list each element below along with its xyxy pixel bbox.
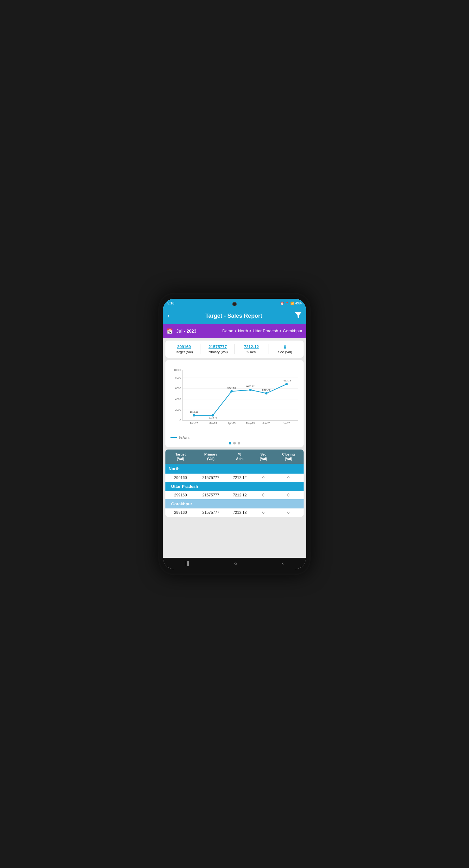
primary-label: Primary (Val)	[203, 350, 232, 354]
home-button[interactable]: ○	[234, 561, 237, 566]
group-header-gorakhpur[interactable]: Gorakhpur	[166, 499, 303, 508]
table-row: 299160 21575777 7212.13 0 0	[166, 508, 303, 517]
td-sec-gkp: 0	[253, 510, 274, 515]
breadcrumb-bar: 📅 Jul - 2023 Demo > North > Uttar Prades…	[163, 324, 306, 338]
calendar-icon: 📅	[167, 328, 173, 334]
alarm-icon: ⏰	[280, 302, 284, 305]
svg-text:8000: 8000	[175, 376, 181, 379]
back-button[interactable]: ‹	[167, 312, 170, 320]
svg-point-20	[286, 383, 288, 385]
battery-label: 49%	[295, 302, 302, 305]
svg-text:1018.72: 1018.72	[208, 416, 217, 419]
summary-sec[interactable]: 0 Sec (Val)	[270, 344, 300, 354]
svg-text:Apr-23: Apr-23	[228, 422, 236, 425]
th-target: Target(Val)	[167, 452, 194, 461]
date-label: Jul - 2023	[176, 329, 197, 334]
td-target-up: 299160	[167, 493, 194, 497]
svg-text:0: 0	[180, 419, 181, 422]
sec-label: Sec (Val)	[270, 350, 300, 354]
phone-screen: 5:16 ⏰ 📍 📶 49% ‹ Target - Sales Report 📅…	[163, 299, 306, 569]
svg-text:5354.49: 5354.49	[262, 389, 270, 391]
status-time: 5:16	[167, 301, 174, 305]
th-sec: Sec(Val)	[253, 452, 274, 461]
group-name-gorakhpur: Gorakhpur	[171, 501, 192, 506]
sec-value[interactable]: 0	[270, 344, 300, 349]
table-row: 299160 21575777 7212.12 0 0	[166, 474, 303, 482]
data-table: Target(Val) Primary(Val) %Ach. Sec(Val) …	[166, 450, 303, 517]
td-sec-up: 0	[253, 493, 274, 497]
td-ach: 7212.12	[228, 475, 252, 480]
svg-text:4000: 4000	[175, 398, 181, 401]
svg-marker-0	[295, 312, 301, 318]
target-value[interactable]: 299160	[169, 344, 199, 349]
filter-button[interactable]	[295, 312, 302, 320]
status-icons: ⏰ 📍 📶 49%	[280, 302, 302, 305]
target-label: Target (Val)	[169, 350, 199, 354]
phone-frame: 5:16 ⏰ 📍 📶 49% ‹ Target - Sales Report 📅…	[158, 293, 311, 575]
app-header: ‹ Target - Sales Report	[163, 308, 306, 324]
td-closing-up: 0	[275, 493, 302, 497]
td-ach-gkp: 7212.13	[228, 510, 252, 515]
svg-point-19	[265, 392, 267, 394]
back-nav-button[interactable]: ‹	[282, 561, 284, 566]
page-title: Target - Sales Report	[173, 313, 295, 319]
svg-point-15	[193, 414, 195, 416]
th-primary: Primary(Val)	[195, 452, 227, 461]
svg-text:Mar-23: Mar-23	[209, 422, 217, 425]
chart-legend: % Ach.	[168, 436, 301, 439]
chart-area: 0 2000 4000 6000 8000 10000	[168, 364, 301, 434]
legend-line-icon	[171, 437, 177, 438]
td-primary-gkp: 21575777	[195, 510, 227, 515]
summary-ach[interactable]: 7212.12 % Ach.	[237, 344, 266, 354]
svg-text:10000: 10000	[174, 369, 181, 372]
td-target-gkp: 299160	[167, 510, 194, 515]
td-closing-gkp: 0	[275, 510, 302, 515]
recent-apps-button[interactable]: |||	[185, 561, 189, 566]
td-target: 299160	[167, 475, 194, 480]
th-closing: Closing(Val)	[275, 452, 302, 461]
td-closing: 0	[275, 475, 302, 480]
dot-3[interactable]	[238, 442, 240, 444]
divider-3	[268, 344, 268, 354]
breadcrumb: Demo > North > Uttar Pradesh > Gorakhpur	[200, 329, 302, 334]
camera	[232, 302, 237, 306]
svg-text:6095.82: 6095.82	[246, 385, 255, 388]
bottom-nav: ||| ○ ‹	[163, 558, 306, 569]
dot-1[interactable]	[229, 442, 231, 444]
svg-text:6000: 6000	[175, 387, 181, 390]
ach-label: % Ach.	[237, 350, 266, 354]
location-icon: 📍	[285, 302, 289, 305]
svg-text:Jun-23: Jun-23	[262, 422, 271, 425]
svg-text:5797.53: 5797.53	[228, 386, 236, 389]
main-content: 299160 Target (Val) 21575777 Primary (Va…	[163, 338, 306, 558]
svg-point-17	[230, 390, 233, 393]
line-chart-svg: 0 2000 4000 6000 8000 10000	[168, 364, 301, 434]
group-name-north: North	[169, 466, 180, 471]
summary-card: 299160 Target (Val) 21575777 Primary (Va…	[166, 341, 303, 358]
ach-value[interactable]: 7212.12	[237, 344, 266, 349]
td-primary: 21575777	[195, 475, 227, 480]
th-ach: %Ach.	[228, 452, 252, 461]
signal-icon: 📶	[290, 302, 294, 305]
table-row: 299160 21575777 7212.12 0 0	[166, 491, 303, 499]
td-primary-up: 21575777	[195, 493, 227, 497]
summary-target[interactable]: 299160 Target (Val)	[169, 344, 199, 354]
group-header-up[interactable]: Uttar Pradesh	[166, 482, 303, 491]
svg-text:7212.13: 7212.13	[282, 379, 291, 382]
legend-label: % Ach.	[179, 436, 189, 439]
svg-text:Jul-23: Jul-23	[283, 422, 290, 425]
chart-card: 0 2000 4000 6000 8000 10000	[166, 360, 303, 447]
td-ach-up: 7212.12	[228, 493, 252, 497]
td-sec: 0	[253, 475, 274, 480]
svg-text:1019.12: 1019.12	[190, 410, 198, 413]
table-header: Target(Val) Primary(Val) %Ach. Sec(Val) …	[166, 450, 303, 464]
divider-1	[201, 344, 201, 354]
svg-text:Feb-23: Feb-23	[190, 422, 198, 425]
group-header-north[interactable]: North	[166, 464, 303, 474]
svg-text:2000: 2000	[175, 408, 181, 411]
svg-point-18	[250, 389, 252, 391]
svg-text:May-23: May-23	[246, 422, 255, 425]
summary-primary[interactable]: 21575777 Primary (Val)	[203, 344, 232, 354]
dot-2[interactable]	[233, 442, 236, 444]
primary-value[interactable]: 21575777	[203, 344, 232, 349]
